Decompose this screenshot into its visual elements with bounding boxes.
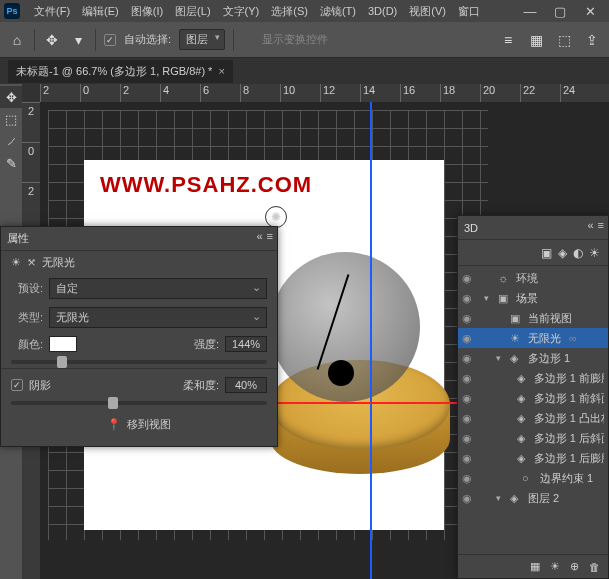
tree-item[interactable]: ◉▣当前视图 [458, 308, 608, 328]
item-type-icon: ▣ [510, 312, 524, 325]
chevron-down-icon[interactable]: ▾ [69, 32, 87, 48]
render-icon[interactable]: ▦ [530, 560, 540, 573]
visibility-icon[interactable]: ◉ [462, 332, 476, 345]
show-transform-label: 显示变换控件 [262, 32, 328, 47]
panel-collapse-icon[interactable]: « [587, 219, 593, 231]
share-icon[interactable]: ⇪ [583, 32, 601, 48]
document-tab[interactable]: 未标题-1 @ 66.7% (多边形 1, RGB/8#) * × [8, 60, 233, 83]
move-to-view-button[interactable]: 移到视图 [127, 417, 171, 432]
preset-dropdown[interactable]: 自定 [49, 278, 267, 299]
type-dropdown[interactable]: 无限光 [49, 307, 267, 328]
item-label: 多边形 1 凸出材 [534, 411, 604, 426]
auto-select-checkbox[interactable]: ✓ [104, 34, 116, 46]
tree-item[interactable]: ◉◈多边形 1 前膨胀 [458, 368, 608, 388]
filter-mesh-icon[interactable]: ◈ [558, 246, 567, 260]
guide-vertical[interactable] [370, 102, 372, 579]
tree-item[interactable]: ◉▾◈多边形 1 [458, 348, 608, 368]
softness-label: 柔和度: [183, 378, 219, 393]
auto-select-label: 自动选择: [124, 32, 171, 47]
shadow-checkbox[interactable]: ✓ [11, 379, 23, 391]
options-bar: ⌂ ✥ ▾ ✓ 自动选择: 图层 显示变换控件 ≡ ▦ ⬚ ⇪ [0, 22, 609, 58]
wand-tool[interactable]: ✎ [0, 152, 22, 174]
add-icon[interactable]: ⊕ [570, 560, 579, 573]
menu-window[interactable]: 窗口 [452, 4, 486, 19]
close-icon[interactable]: ✕ [575, 4, 605, 19]
tab-close-icon[interactable]: × [218, 65, 224, 77]
menu-view[interactable]: 视图(V) [403, 4, 452, 19]
light-center[interactable] [328, 360, 354, 386]
tree-item[interactable]: ◉◈多边形 1 前斜面 [458, 388, 608, 408]
menu-image[interactable]: 图像(I) [125, 4, 169, 19]
tree-item[interactable]: ◉◈多边形 1 后膨胀 [458, 448, 608, 468]
menu-layer[interactable]: 图层(L) [169, 4, 216, 19]
auto-select-target[interactable]: 图层 [179, 29, 225, 50]
show-transform-checkbox[interactable] [242, 34, 254, 46]
properties-panel: 属性 «≡ ☀ ⤧ 无限光 预设: 自定 类型: 无限光 颜色: 强度: 144… [0, 226, 278, 447]
move-tool[interactable]: ✥ [0, 86, 22, 108]
minimize-icon[interactable]: — [515, 4, 545, 19]
search-icon[interactable]: ⬚ [555, 32, 573, 48]
color-label: 颜色: [11, 337, 43, 352]
intensity-label: 强度: [194, 337, 219, 352]
visibility-icon[interactable]: ◉ [462, 292, 476, 305]
softness-slider[interactable] [11, 401, 267, 405]
infinite-light-icon[interactable]: ✺ [265, 206, 287, 228]
visibility-icon[interactable]: ◉ [462, 372, 475, 385]
item-label: 环境 [516, 271, 538, 286]
item-label: 图层 2 [528, 491, 559, 506]
intensity-slider[interactable] [11, 360, 267, 364]
item-type-icon: ◈ [510, 492, 524, 505]
tree-item[interactable]: ◉○边界约束 1 [458, 468, 608, 488]
visibility-icon[interactable]: ◉ [462, 452, 475, 465]
align-icon[interactable]: ≡ [499, 32, 517, 48]
visibility-icon[interactable]: ◉ [462, 392, 475, 405]
softness-input[interactable]: 40% [225, 377, 267, 393]
move-tool-icon[interactable]: ✥ [43, 32, 61, 48]
3d-scene-tree: ◉☼环境◉▾▣场景◉▣当前视图◉☀无限光∞◉▾◈多边形 1◉◈多边形 1 前膨胀… [458, 266, 608, 510]
visibility-icon[interactable]: ◉ [462, 412, 475, 425]
document-tabs: 未标题-1 @ 66.7% (多边形 1, RGB/8#) * × [0, 58, 609, 84]
tree-item[interactable]: ◉☼环境 [458, 268, 608, 288]
menu-filter[interactable]: 滤镜(T) [314, 4, 362, 19]
visibility-icon[interactable]: ◉ [462, 272, 476, 285]
ruler-horizontal: 2024681012141618202224 [40, 84, 609, 102]
menu-file[interactable]: 文件(F) [28, 4, 76, 19]
visibility-icon[interactable]: ◉ [462, 492, 476, 505]
light-icon: ☀ [11, 256, 21, 269]
twisty-icon[interactable]: ▾ [496, 493, 506, 503]
visibility-icon[interactable]: ◉ [462, 312, 476, 325]
twisty-icon[interactable]: ▾ [496, 353, 506, 363]
filter-light-icon[interactable]: ☀ [589, 246, 600, 260]
new-light-icon[interactable]: ☀ [550, 560, 560, 573]
menu-type[interactable]: 文字(Y) [217, 4, 266, 19]
trash-icon[interactable]: 🗑 [589, 561, 600, 573]
visibility-icon[interactable]: ◉ [462, 432, 475, 445]
twisty-icon[interactable]: ▾ [484, 293, 494, 303]
visibility-icon[interactable]: ◉ [462, 472, 476, 485]
intensity-input[interactable]: 144% [225, 336, 267, 352]
tree-item[interactable]: ◉◈多边形 1 后斜面 [458, 428, 608, 448]
visibility-icon[interactable]: ◉ [462, 352, 476, 365]
3d-mode-icon[interactable]: ▦ [527, 32, 545, 48]
filter-material-icon[interactable]: ◐ [573, 246, 583, 260]
panel-menu-icon[interactable]: ≡ [267, 230, 273, 242]
item-type-icon: ▣ [498, 292, 512, 305]
app-logo: Ps [4, 3, 20, 19]
home-icon[interactable]: ⌂ [8, 32, 26, 48]
tree-item[interactable]: ◉▾▣场景 [458, 288, 608, 308]
marquee-tool[interactable]: ⬚ [0, 108, 22, 130]
tree-item[interactable]: ◉▾◈图层 2 [458, 488, 608, 508]
lasso-tool[interactable]: ⟋ [0, 130, 22, 152]
tree-item[interactable]: ◉◈多边形 1 凸出材 [458, 408, 608, 428]
panel-collapse-icon[interactable]: « [256, 230, 262, 242]
menu-3d[interactable]: 3D(D) [362, 5, 403, 17]
tree-item[interactable]: ◉☀无限光∞ [458, 328, 608, 348]
filter-scene-icon[interactable]: ▣ [541, 246, 552, 260]
type-label: 类型: [11, 310, 43, 325]
maximize-icon[interactable]: ▢ [545, 4, 575, 19]
panel-menu-icon[interactable]: ≡ [598, 219, 604, 231]
menu-select[interactable]: 选择(S) [265, 4, 314, 19]
color-swatch[interactable] [49, 336, 77, 352]
pin-icon[interactable]: 📍 [107, 418, 121, 431]
menu-edit[interactable]: 编辑(E) [76, 4, 125, 19]
